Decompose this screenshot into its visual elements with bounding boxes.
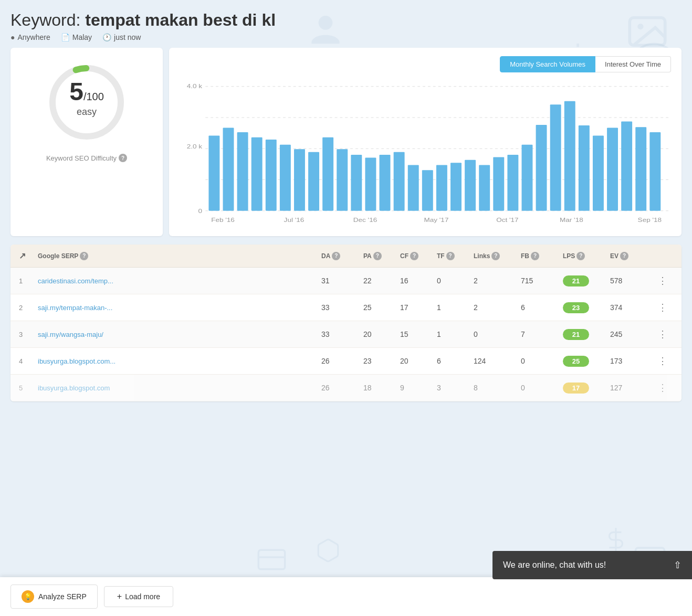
- svg-rect-34: [266, 140, 277, 211]
- analyze-serp-button[interactable]: 💡 Analyze SERP: [11, 585, 98, 609]
- links-help-icon[interactable]: ?: [491, 252, 500, 260]
- row-da: 33: [321, 303, 363, 312]
- row-pa: 18: [363, 384, 400, 392]
- gauge-help-icon[interactable]: ?: [119, 154, 127, 162]
- plus-icon: +: [117, 592, 122, 601]
- th-pa: PA ?: [363, 252, 400, 260]
- svg-rect-30: [208, 135, 219, 210]
- tf-help-icon[interactable]: ?: [446, 252, 455, 260]
- svg-rect-57: [593, 135, 604, 210]
- row-url[interactable]: saji.my/tempat-makan-...: [38, 304, 112, 312]
- tab-interest-over-time[interactable]: Interest Over Time: [595, 56, 671, 72]
- gauge-card: 5/100 easy Keyword SEO Difficulty ?: [11, 48, 163, 236]
- svg-rect-48: [465, 160, 476, 211]
- pa-help-icon[interactable]: ?: [373, 252, 382, 260]
- svg-text:Dec '16: Dec '16: [353, 216, 377, 224]
- clock-icon: 🕐: [102, 33, 111, 41]
- svg-text:May '17: May '17: [424, 216, 448, 224]
- chat-chevron-icon: ⇧: [674, 559, 681, 571]
- svg-rect-32: [237, 132, 248, 211]
- row-da: 26: [321, 384, 363, 392]
- svg-rect-54: [550, 104, 561, 210]
- ev-help-icon[interactable]: ?: [620, 252, 628, 260]
- row-cf: 17: [400, 303, 437, 312]
- lps-help-icon[interactable]: ?: [576, 252, 585, 260]
- meta-location[interactable]: ● Anywhere: [11, 33, 50, 41]
- serp-help-icon[interactable]: ?: [80, 252, 88, 260]
- row-lps: 17: [563, 383, 610, 394]
- row-links: 2: [474, 277, 521, 285]
- row-ev: 374: [610, 303, 652, 312]
- meta-time: 🕐 just now: [102, 33, 141, 41]
- table-header: ↗ Google SERP ? DA ? PA ? CF ? TF ?: [11, 245, 681, 268]
- row-lps: 23: [563, 302, 610, 313]
- fb-help-icon[interactable]: ?: [531, 252, 539, 260]
- meta-language[interactable]: 📄 Malay: [61, 33, 92, 41]
- page-title: Keyword: tempat makan best di kl: [11, 10, 681, 30]
- row-links: 0: [474, 330, 521, 338]
- row-da: 26: [321, 357, 363, 365]
- svg-rect-39: [337, 149, 348, 210]
- row-fb: 0: [521, 357, 563, 365]
- row-url[interactable]: ibusyurga.blogspot.com...: [38, 357, 116, 365]
- row-ev: 578: [610, 277, 652, 285]
- row-pa: 23: [363, 357, 400, 365]
- row-ev: 173: [610, 357, 652, 365]
- chat-widget[interactable]: We are online, chat with us! ⇧: [492, 551, 692, 579]
- row-more-button[interactable]: ⋮: [652, 382, 673, 394]
- tab-monthly-search[interactable]: Monthly Search Volumes: [500, 56, 595, 72]
- row-url[interactable]: saji.my/wangsa-maju/: [38, 331, 103, 338]
- svg-rect-60: [635, 127, 646, 210]
- th-fb: FB ?: [521, 252, 563, 260]
- row-rank: 1: [19, 277, 38, 285]
- row-links: 2: [474, 303, 521, 312]
- svg-rect-46: [436, 165, 447, 210]
- row-rank: 2: [19, 304, 38, 312]
- row-ev: 245: [610, 330, 652, 338]
- row-url[interactable]: caridestinasi.com/temp...: [38, 277, 113, 285]
- row-cf: 16: [400, 277, 437, 285]
- svg-rect-55: [564, 101, 575, 211]
- svg-text:Sep '18: Sep '18: [638, 216, 662, 224]
- row-tf: 1: [437, 303, 474, 312]
- svg-rect-38: [322, 137, 333, 211]
- th-expand[interactable]: ↗: [19, 251, 38, 261]
- row-url[interactable]: ibusyurga.blogspot.com: [38, 384, 110, 392]
- row-fb: 6: [521, 303, 563, 312]
- row-more-button[interactable]: ⋮: [652, 302, 673, 313]
- table-row: 3 saji.my/wangsa-maju/ 33 20 15 1 0 7 21…: [11, 321, 681, 348]
- svg-rect-52: [522, 145, 533, 211]
- top-section: 5/100 easy Keyword SEO Difficulty ? Mont…: [11, 48, 681, 236]
- row-da: 33: [321, 330, 363, 338]
- cf-help-icon[interactable]: ?: [410, 252, 418, 260]
- row-tf: 0: [437, 277, 474, 285]
- gauge-container: 5/100 easy: [45, 60, 129, 144]
- language-icon: 📄: [61, 33, 70, 41]
- load-more-button[interactable]: + Load more: [104, 586, 173, 607]
- row-lps: 21: [563, 275, 610, 286]
- svg-rect-15: [258, 550, 285, 569]
- svg-text:Feb '16: Feb '16: [211, 216, 235, 224]
- gauge-outof: /100: [83, 91, 104, 102]
- svg-rect-59: [621, 122, 632, 211]
- row-rank: 4: [19, 357, 38, 365]
- th-links: Links ?: [474, 252, 521, 260]
- da-help-icon[interactable]: ?: [332, 252, 340, 260]
- svg-rect-41: [365, 157, 376, 210]
- row-more-button[interactable]: ⋮: [652, 328, 673, 340]
- row-cf: 20: [400, 357, 437, 365]
- svg-rect-33: [251, 137, 263, 211]
- row-links: 8: [474, 384, 521, 392]
- svg-rect-35: [280, 145, 291, 211]
- row-fb: 715: [521, 277, 563, 285]
- svg-rect-36: [294, 149, 305, 210]
- svg-text:4.0 k: 4.0 k: [187, 82, 203, 90]
- th-cf: CF ?: [400, 252, 437, 260]
- svg-text:Mar '18: Mar '18: [560, 216, 583, 224]
- svg-rect-37: [308, 152, 319, 211]
- page-wrapper: Keyword: tempat makan best di kl ● Anywh…: [0, 0, 692, 454]
- row-tf: 1: [437, 330, 474, 338]
- row-more-button[interactable]: ⋮: [652, 355, 673, 367]
- table-row: 1 caridestinasi.com/temp... 31 22 16 0 2…: [11, 268, 681, 294]
- row-more-button[interactable]: ⋮: [652, 275, 673, 286]
